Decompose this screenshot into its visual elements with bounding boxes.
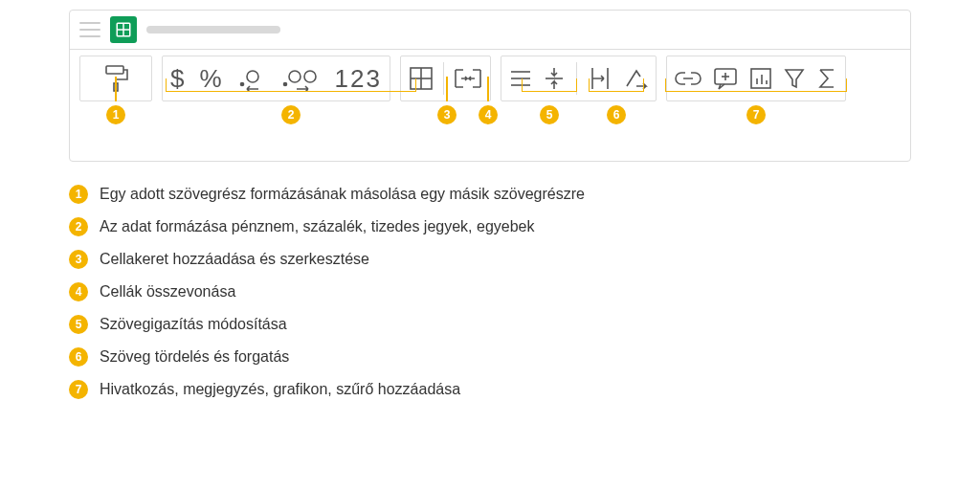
svg-rect-3: [106, 66, 123, 74]
callouts-overlay: 1 2 3 4 5 6 7: [70, 77, 910, 134]
legend-badge: 4: [69, 282, 88, 301]
callout-badge-1: 1: [106, 105, 125, 124]
callout-badge-4: 4: [479, 105, 498, 124]
legend-text: Az adat formázása pénznem, százalék, tiz…: [100, 218, 534, 235]
legend-text: Egy adott szövegrész formázásának másolá…: [100, 186, 585, 203]
legend-text: Szöveg tördelés és forgatás: [100, 348, 289, 366]
legend-badge: 1: [69, 185, 88, 204]
callout-badge-3: 3: [437, 105, 457, 124]
legend-badge: 3: [69, 250, 88, 269]
legend-badge: 6: [69, 347, 88, 367]
callout-badge-6: 6: [607, 105, 626, 124]
legend-list: 1 Egy adott szövegrész formázásának máso…: [69, 185, 911, 399]
callout-badge-2: 2: [281, 105, 301, 124]
callout-badge-5: 5: [540, 105, 559, 124]
legend-text: Szövegigazítás módosítása: [100, 316, 287, 333]
legend-badge: 7: [69, 380, 88, 399]
legend-badge: 2: [69, 217, 88, 236]
hamburger-icon[interactable]: [79, 22, 100, 37]
sheets-window: $ % 123: [69, 10, 911, 162]
callout-badge-7: 7: [746, 105, 766, 124]
legend-badge: 5: [69, 315, 88, 334]
diagram-container: $ % 123: [69, 10, 911, 162]
document-title-placeholder: [146, 26, 280, 33]
legend-text: Cellák összevonása: [100, 283, 235, 301]
legend-item: 4 Cellák összevonása: [69, 282, 911, 301]
legend-item: 7 Hivatkozás, megjegyzés, grafikon, szűr…: [69, 380, 911, 399]
legend-item: 2 Az adat formázása pénznem, százalék, t…: [69, 217, 911, 236]
google-sheets-logo: [110, 16, 137, 43]
title-bar: [70, 11, 910, 50]
legend-item: 1 Egy adott szövegrész formázásának máso…: [69, 185, 911, 204]
legend-text: Cellakeret hozzáadása és szerkesztése: [100, 251, 369, 268]
legend-item: 5 Szövegigazítás módosítása: [69, 315, 911, 334]
legend-item: 3 Cellakeret hozzáadása és szerkesztése: [69, 250, 911, 269]
legend-item: 6 Szöveg tördelés és forgatás: [69, 347, 911, 367]
legend-text: Hivatkozás, megjegyzés, grafikon, szűrő …: [100, 381, 460, 398]
